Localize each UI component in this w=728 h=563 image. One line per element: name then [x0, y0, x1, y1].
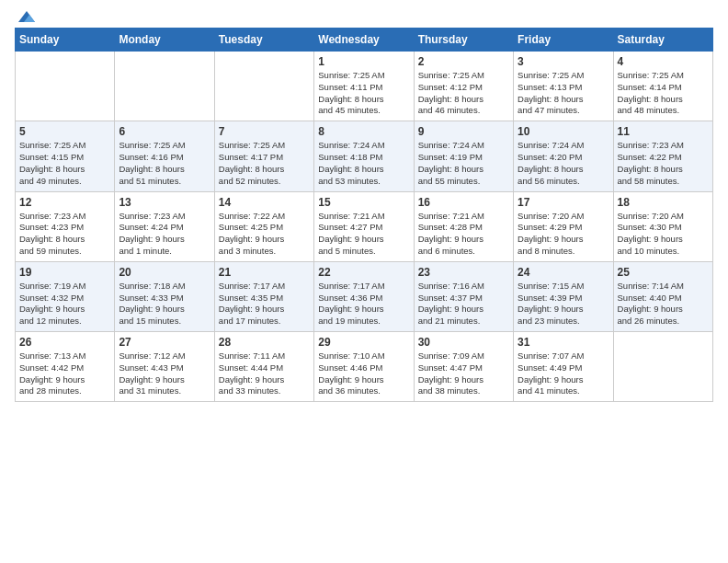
day-info: Sunrise: 7:10 AM Sunset: 4:46 PM Dayligh…: [318, 350, 409, 397]
weekday-header: Tuesday: [214, 29, 313, 52]
day-number: 27: [119, 336, 210, 349]
calendar-table: SundayMondayTuesdayWednesdayThursdayFrid…: [15, 28, 713, 402]
logo-text: [15, 9, 37, 26]
calendar-week-row: 5Sunrise: 7:25 AM Sunset: 4:15 PM Daylig…: [16, 121, 713, 191]
calendar-cell: 21Sunrise: 7:17 AM Sunset: 4:35 PM Dayli…: [214, 261, 313, 331]
page: SundayMondayTuesdayWednesdayThursdayFrid…: [0, 0, 728, 563]
weekday-header: Wednesday: [314, 29, 414, 52]
day-number: 7: [219, 125, 310, 138]
day-info: Sunrise: 7:25 AM Sunset: 4:14 PM Dayligh…: [618, 70, 709, 117]
day-info: Sunrise: 7:25 AM Sunset: 4:15 PM Dayligh…: [19, 140, 110, 187]
day-number: 23: [418, 266, 509, 279]
day-info: Sunrise: 7:20 AM Sunset: 4:29 PM Dayligh…: [518, 211, 609, 258]
day-number: 18: [618, 196, 709, 209]
day-info: Sunrise: 7:16 AM Sunset: 4:37 PM Dayligh…: [418, 281, 509, 327]
day-number: 13: [119, 196, 210, 209]
day-number: 21: [219, 266, 310, 279]
calendar-cell: 29Sunrise: 7:10 AM Sunset: 4:46 PM Dayli…: [314, 332, 414, 402]
day-number: 26: [19, 336, 110, 349]
calendar-cell: 13Sunrise: 7:23 AM Sunset: 4:24 PM Dayli…: [115, 191, 214, 261]
day-info: Sunrise: 7:14 AM Sunset: 4:40 PM Dayligh…: [618, 281, 709, 327]
day-number: 20: [119, 266, 210, 279]
day-info: Sunrise: 7:24 AM Sunset: 4:18 PM Dayligh…: [318, 140, 409, 187]
day-number: 5: [19, 125, 110, 138]
day-info: Sunrise: 7:25 AM Sunset: 4:11 PM Dayligh…: [318, 70, 409, 117]
day-info: Sunrise: 7:07 AM Sunset: 4:49 PM Dayligh…: [518, 350, 609, 397]
calendar-cell: 7Sunrise: 7:25 AM Sunset: 4:17 PM Daylig…: [214, 121, 313, 191]
calendar-cell: 11Sunrise: 7:23 AM Sunset: 4:22 PM Dayli…: [613, 121, 712, 191]
calendar-cell: 14Sunrise: 7:22 AM Sunset: 4:25 PM Dayli…: [214, 191, 313, 261]
day-number: 10: [518, 125, 609, 138]
header-row: SundayMondayTuesdayWednesdayThursdayFrid…: [16, 29, 713, 52]
day-number: 30: [418, 336, 509, 349]
calendar-week-row: 12Sunrise: 7:23 AM Sunset: 4:23 PM Dayli…: [16, 191, 713, 261]
day-number: 6: [119, 125, 210, 138]
day-number: 2: [418, 55, 509, 68]
day-info: Sunrise: 7:17 AM Sunset: 4:36 PM Dayligh…: [318, 281, 409, 327]
day-number: 29: [318, 336, 409, 349]
calendar-cell: 31Sunrise: 7:07 AM Sunset: 4:49 PM Dayli…: [514, 332, 613, 402]
day-info: Sunrise: 7:23 AM Sunset: 4:23 PM Dayligh…: [19, 211, 110, 258]
day-info: Sunrise: 7:25 AM Sunset: 4:17 PM Dayligh…: [219, 140, 310, 187]
day-info: Sunrise: 7:24 AM Sunset: 4:19 PM Dayligh…: [418, 140, 509, 187]
day-info: Sunrise: 7:21 AM Sunset: 4:27 PM Dayligh…: [318, 211, 409, 258]
day-number: 3: [518, 55, 609, 68]
calendar-cell: 2Sunrise: 7:25 AM Sunset: 4:12 PM Daylig…: [414, 52, 513, 121]
day-number: 22: [318, 266, 409, 279]
day-info: Sunrise: 7:21 AM Sunset: 4:28 PM Dayligh…: [418, 211, 509, 258]
calendar-cell: 26Sunrise: 7:13 AM Sunset: 4:42 PM Dayli…: [16, 332, 115, 402]
day-number: 4: [618, 55, 709, 68]
weekday-header: Thursday: [414, 29, 513, 52]
calendar-cell: 20Sunrise: 7:18 AM Sunset: 4:33 PM Dayli…: [115, 261, 214, 331]
day-info: Sunrise: 7:23 AM Sunset: 4:24 PM Dayligh…: [119, 211, 210, 258]
calendar-cell: [214, 52, 313, 121]
day-info: Sunrise: 7:19 AM Sunset: 4:32 PM Dayligh…: [19, 281, 110, 327]
day-info: Sunrise: 7:17 AM Sunset: 4:35 PM Dayligh…: [219, 281, 310, 327]
calendar-cell: 8Sunrise: 7:24 AM Sunset: 4:18 PM Daylig…: [314, 121, 414, 191]
day-info: Sunrise: 7:09 AM Sunset: 4:47 PM Dayligh…: [418, 350, 509, 397]
logo-icon: [17, 9, 37, 26]
day-number: 15: [318, 196, 409, 209]
logo: [15, 9, 37, 22]
calendar-cell: 4Sunrise: 7:25 AM Sunset: 4:14 PM Daylig…: [613, 52, 712, 121]
calendar-cell: 15Sunrise: 7:21 AM Sunset: 4:27 PM Dayli…: [314, 191, 414, 261]
calendar-cell: 19Sunrise: 7:19 AM Sunset: 4:32 PM Dayli…: [16, 261, 115, 331]
calendar-cell: [16, 52, 115, 121]
weekday-header: Monday: [115, 29, 214, 52]
day-info: Sunrise: 7:12 AM Sunset: 4:43 PM Dayligh…: [119, 350, 210, 397]
calendar-cell: 30Sunrise: 7:09 AM Sunset: 4:47 PM Dayli…: [414, 332, 513, 402]
day-number: 31: [518, 336, 609, 349]
day-number: 9: [418, 125, 509, 138]
calendar-cell: 22Sunrise: 7:17 AM Sunset: 4:36 PM Dayli…: [314, 261, 414, 331]
day-number: 14: [219, 196, 310, 209]
header: [15, 9, 713, 22]
weekday-header: Sunday: [16, 29, 115, 52]
day-number: 16: [418, 196, 509, 209]
calendar-cell: 24Sunrise: 7:15 AM Sunset: 4:39 PM Dayli…: [514, 261, 613, 331]
day-number: 19: [19, 266, 110, 279]
calendar-week-row: 1Sunrise: 7:25 AM Sunset: 4:11 PM Daylig…: [16, 52, 713, 121]
calendar-cell: 28Sunrise: 7:11 AM Sunset: 4:44 PM Dayli…: [214, 332, 313, 402]
calendar-cell: [115, 52, 214, 121]
day-number: 25: [618, 266, 709, 279]
calendar-cell: 6Sunrise: 7:25 AM Sunset: 4:16 PM Daylig…: [115, 121, 214, 191]
day-info: Sunrise: 7:18 AM Sunset: 4:33 PM Dayligh…: [119, 281, 210, 327]
calendar-cell: 18Sunrise: 7:20 AM Sunset: 4:30 PM Dayli…: [613, 191, 712, 261]
calendar-cell: 9Sunrise: 7:24 AM Sunset: 4:19 PM Daylig…: [414, 121, 513, 191]
calendar-cell: 12Sunrise: 7:23 AM Sunset: 4:23 PM Dayli…: [16, 191, 115, 261]
day-info: Sunrise: 7:24 AM Sunset: 4:20 PM Dayligh…: [518, 140, 609, 187]
day-number: 28: [219, 336, 310, 349]
calendar-cell: 5Sunrise: 7:25 AM Sunset: 4:15 PM Daylig…: [16, 121, 115, 191]
day-info: Sunrise: 7:11 AM Sunset: 4:44 PM Dayligh…: [219, 350, 310, 397]
calendar-cell: 10Sunrise: 7:24 AM Sunset: 4:20 PM Dayli…: [514, 121, 613, 191]
day-number: 24: [518, 266, 609, 279]
day-number: 11: [618, 125, 709, 138]
day-info: Sunrise: 7:20 AM Sunset: 4:30 PM Dayligh…: [618, 211, 709, 258]
day-number: 12: [19, 196, 110, 209]
calendar-week-row: 26Sunrise: 7:13 AM Sunset: 4:42 PM Dayli…: [16, 332, 713, 402]
day-info: Sunrise: 7:23 AM Sunset: 4:22 PM Dayligh…: [618, 140, 709, 187]
weekday-header: Saturday: [613, 29, 712, 52]
calendar-cell: 16Sunrise: 7:21 AM Sunset: 4:28 PM Dayli…: [414, 191, 513, 261]
calendar-cell: 25Sunrise: 7:14 AM Sunset: 4:40 PM Dayli…: [613, 261, 712, 331]
day-number: 1: [318, 55, 409, 68]
